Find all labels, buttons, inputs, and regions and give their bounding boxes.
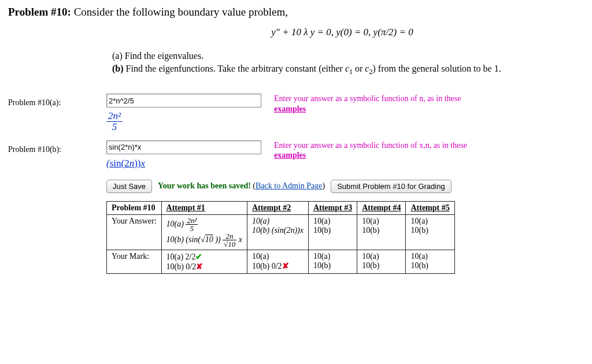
mark-attempt-3: 10(a) 10(b) [308, 250, 357, 273]
answer-attempt-5: 10(a) 10(b) [406, 214, 454, 250]
table-header-row: Problem #10 Attempt #1 Attempt #2 Attemp… [107, 201, 455, 214]
label-10a: Problem #10(a): [8, 94, 106, 107]
answer-row: Your Answer: 10(a) 2n²5 10(b) (sin(√10 )… [107, 214, 455, 250]
part-b: (b) Find the eigenfunctions. Take the ar… [112, 64, 584, 76]
header-attempt-5[interactable]: Attempt #5 [410, 203, 449, 212]
saved-message: Your work has been saved! [158, 181, 251, 190]
examples-link-b[interactable]: examples [274, 151, 306, 159]
cross-icon: ✘ [282, 262, 289, 270]
label-10b: Problem #10(b): [8, 140, 106, 154]
problem-10b-row: Problem #10(b): (sin(2n))x Enter your an… [8, 140, 584, 169]
hint-10b: Enter your answer as a symbolic function… [274, 140, 467, 161]
input-10a[interactable] [106, 94, 261, 107]
rendered-10a: 2n²5 [106, 111, 274, 132]
mark-row: Your Mark: 10(a) 2/2✔ 10(b) 0/2✘ 10(a) 1… [107, 250, 455, 273]
examples-link-a[interactable]: examples [274, 105, 306, 113]
header-attempt-1[interactable]: Attempt #1 [166, 203, 205, 212]
mark-attempt-2: 10(a) 10(b) 0/2✘ [247, 250, 308, 273]
header-attempt-4[interactable]: Attempt #4 [362, 203, 401, 212]
problem-title: Problem #10: Consider the following boun… [8, 6, 584, 18]
answer-attempt-2: 10(a) 10(b) (sin(2n))x [247, 214, 308, 250]
answer-attempt-1: 10(a) 2n²5 10(b) (sin(√10 )) 2n√10 x [161, 214, 247, 250]
problem-number: Problem #10: [8, 6, 71, 18]
mark-attempt-1: 10(a) 2/2✔ 10(b) 0/2✘ [161, 250, 247, 273]
submit-for-grading-button[interactable]: Submit Problem #10 for Grading [331, 180, 451, 193]
hint-10a: Enter your answer as a symbolic function… [274, 94, 461, 114]
action-row: Just Save Your work has been saved! (Bac… [106, 180, 584, 193]
row-label-answer: Your Answer: [107, 214, 162, 250]
header-attempt-3[interactable]: Attempt #3 [313, 203, 352, 212]
rendered-10b: (sin(2n))x [106, 158, 274, 169]
answer-attempt-4: 10(a) 10(b) [357, 214, 406, 250]
part-a: (a) Find the eigenvalues. [112, 51, 584, 61]
problem-intro: Consider the following boundary value pr… [71, 6, 288, 18]
row-label-mark: Your Mark: [107, 250, 162, 273]
problem-equation: y″ + 10 λ y = 0, y(0) = 0, y(π/2) = 0 [101, 27, 584, 38]
header-attempt-2[interactable]: Attempt #2 [252, 203, 291, 212]
back-to-admin-link[interactable]: Back to Admin Page [256, 181, 323, 190]
cross-icon: ✘ [196, 262, 203, 271]
problem-10a-row: Problem #10(a): 2n²5 Enter your answer a… [8, 94, 584, 132]
check-icon: ✔ [195, 252, 202, 261]
input-10b[interactable] [106, 140, 261, 154]
mark-attempt-4: 10(a) 10(b) [357, 250, 406, 273]
header-problem: Problem #10 [107, 201, 162, 214]
problem-parts: (a) Find the eigenvalues. (b) Find the e… [112, 51, 584, 76]
answer-attempt-3: 10(a) 10(b) [308, 214, 357, 250]
mark-attempt-5: 10(a) 10(b) [406, 250, 454, 273]
attempts-table: Problem #10 Attempt #1 Attempt #2 Attemp… [106, 201, 455, 274]
just-save-button[interactable]: Just Save [106, 180, 152, 193]
